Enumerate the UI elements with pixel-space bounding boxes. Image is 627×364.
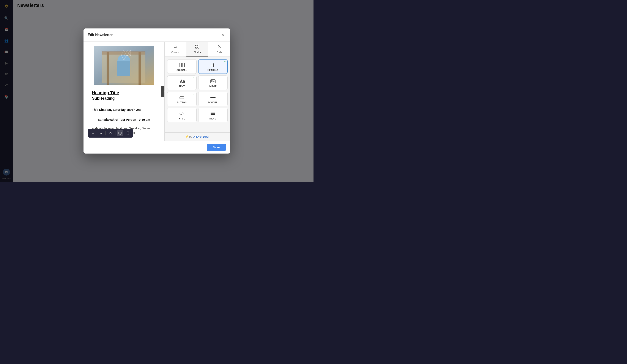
bar-mitzvah-text: Bar Mitzvah of Test Person - 9:30 am — [92, 118, 156, 121]
modal-overlay: Edit Newsletter × — [0, 0, 314, 182]
heading-label: HEADING — [208, 69, 218, 71]
modal-title: Edit Newsletter — [88, 33, 113, 37]
image-icon — [210, 79, 216, 84]
editor-canvas[interactable]: Heading Title SubHeading This Shabbat, S… — [84, 42, 164, 141]
block-menu[interactable]: MENU — [198, 108, 228, 122]
subheading: SubHeading — [92, 96, 156, 101]
desktop-view-button[interactable] — [117, 130, 123, 136]
svg-rect-8 — [139, 52, 141, 85]
block-columns[interactable]: COLUM... — [167, 59, 197, 74]
svg-point-23 — [211, 80, 212, 81]
svg-rect-7 — [106, 52, 109, 85]
svg-point-13 — [128, 134, 128, 135]
panel-tabs: Content Blocks — [165, 42, 230, 57]
blocks-tab-icon — [195, 44, 200, 50]
edit-newsletter-modal: Edit Newsletter × — [84, 28, 230, 154]
svg-point-10 — [110, 133, 111, 134]
unlayer-link[interactable]: Unlayer Editor — [193, 135, 209, 138]
svg-rect-16 — [196, 47, 197, 48]
menu-label: MENU — [209, 118, 216, 120]
button-icon — [179, 95, 185, 100]
svg-rect-11 — [119, 132, 122, 134]
block-text[interactable]: ✦ Aa TEXT — [167, 76, 197, 90]
toolbar-divider-1 — [105, 131, 106, 136]
mobile-view-button[interactable] — [125, 130, 131, 136]
svg-rect-20 — [182, 63, 184, 67]
canvas-content: Heading Title SubHeading This Shabbat, S… — [84, 42, 164, 141]
text-label: TEXT — [179, 85, 185, 88]
block-heading[interactable]: ✦ HEADING — [198, 59, 228, 74]
newsletter-image-block[interactable] — [88, 46, 160, 85]
svg-rect-15 — [198, 45, 199, 46]
image-plus-icon: ✦ — [224, 77, 226, 79]
html-label: HTML — [179, 118, 185, 120]
modal-footer: Save — [84, 141, 230, 154]
svg-text:Aa: Aa — [180, 79, 185, 84]
bar-mitzvah-block[interactable]: Bar Mitzvah of Test Person - 9:30 am — [88, 117, 160, 125]
redo-button[interactable]: ↪ — [98, 130, 104, 136]
svg-rect-19 — [179, 63, 181, 67]
blocks-grid: COLUM... ✦ HEADING — [165, 57, 230, 125]
block-button[interactable]: ✦ BUTTON — [167, 92, 197, 106]
tab-content-label: Content — [171, 51, 180, 53]
button-label: BUTTON — [177, 101, 186, 104]
toolbar-divider-2 — [115, 131, 115, 136]
svg-rect-24 — [180, 97, 184, 99]
divider-icon — [210, 95, 216, 100]
divider-label: DIVIDER — [208, 101, 217, 104]
preview-button[interactable] — [107, 130, 113, 136]
text-icon: Aa — [179, 79, 185, 84]
tab-content[interactable]: Content — [165, 42, 186, 56]
button-plus-icon: ✦ — [193, 93, 195, 95]
svg-rect-22 — [210, 80, 215, 83]
modal-close-button[interactable]: × — [220, 32, 226, 38]
heading-title: Heading Title — [92, 90, 156, 95]
columns-icon — [179, 63, 185, 68]
tab-blocks[interactable]: Blocks — [186, 42, 208, 56]
right-panel: Content Blocks — [164, 42, 230, 141]
html-icon — [179, 111, 185, 116]
footer-powered-by: ⚡ by — [185, 135, 192, 138]
modal-body: Heading Title SubHeading This Shabbat, S… — [84, 42, 230, 141]
svg-rect-3 — [117, 61, 130, 76]
content-tab-icon — [173, 44, 178, 50]
save-button[interactable]: Save — [207, 144, 226, 151]
shabbat-block[interactable]: This Shabbat, Saturday March 2nd — [88, 106, 160, 117]
menu-icon — [210, 111, 216, 116]
heading-block[interactable]: Heading Title SubHeading — [88, 88, 160, 106]
block-html[interactable]: HTML — [167, 108, 197, 122]
shabbat-date: Saturday March 2nd — [113, 108, 142, 111]
tab-body[interactable]: Body — [208, 42, 230, 56]
columns-label: COLUM... — [176, 69, 187, 71]
panel-collapse-arrow[interactable]: › — [161, 86, 164, 97]
svg-rect-17 — [198, 47, 199, 48]
svg-point-18 — [218, 45, 220, 46]
text-plus-icon: ✦ — [193, 77, 195, 79]
svg-rect-9 — [102, 51, 145, 54]
body-tab-icon — [217, 44, 222, 50]
heading-plus-icon: ✦ — [224, 61, 226, 63]
panel-footer: ⚡ by Unlayer Editor — [165, 133, 230, 141]
modal-header: Edit Newsletter × — [84, 28, 230, 42]
block-image[interactable]: ✦ IMAGE — [198, 76, 228, 90]
newsletter-image — [94, 46, 154, 85]
block-divider[interactable]: DIVIDER — [198, 92, 228, 106]
svg-rect-14 — [196, 45, 197, 46]
undo-button[interactable]: ↩ — [90, 130, 96, 136]
floating-toolbar: ↩ ↪ — [88, 129, 133, 137]
tab-body-label: Body — [216, 51, 222, 53]
heading-icon — [210, 63, 216, 68]
image-label: IMAGE — [209, 85, 217, 88]
shabbat-text: This Shabbat, Saturday March 2nd — [92, 108, 156, 111]
tab-blocks-label: Blocks — [194, 51, 201, 53]
